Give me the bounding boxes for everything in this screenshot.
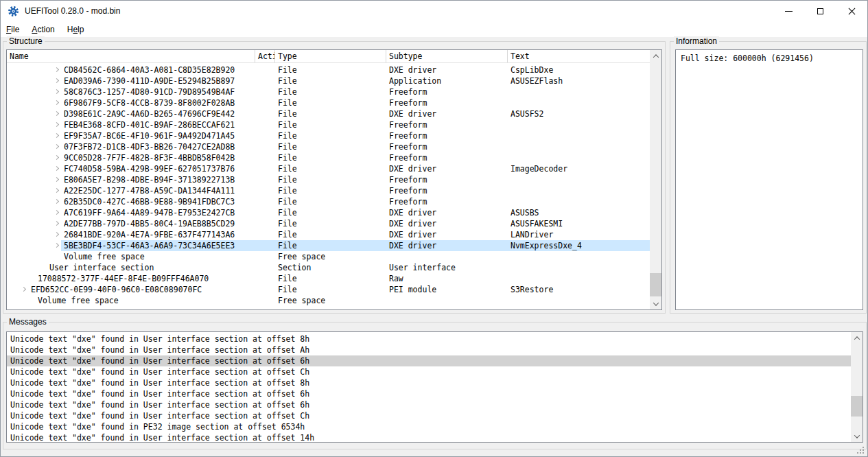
col-header-name[interactable]: Name [7, 50, 255, 62]
information-label: Information [674, 36, 719, 46]
tree-cell-type: File [275, 119, 386, 130]
col-header-action[interactable]: Action [255, 50, 275, 62]
tree-cell-name: 62B35DC0-427C-46BB-9E88-9B941FDBC7C3 [7, 196, 255, 207]
tree-cell-subtype: Freeform [386, 86, 508, 97]
message-row[interactable]: Unicode text "dxe" found in User interfa… [7, 355, 851, 366]
message-row[interactable]: Unicode text "dxe" found in User interfa… [7, 333, 851, 344]
tree-cell-text: NvmExpressDxe_4 [508, 240, 650, 251]
tree-cell-action [255, 97, 275, 108]
tree-row[interactable]: EF9F35A7-BC6E-4F10-961F-9A492D471A45File… [7, 130, 650, 141]
title-bar: UEFITool 0.28.0 - mod.bin [1, 1, 867, 21]
uefitool-window: UEFITool 0.28.0 - mod.bin File Action He… [0, 0, 868, 457]
tree-cell-name: FC740D58-59BA-429B-99EF-627051737B76 [7, 163, 255, 174]
message-row[interactable]: Unicode text "dxe" found in User interfa… [7, 388, 851, 399]
tree-cell-text: ASUSBS [508, 207, 650, 218]
tree-row[interactable]: E806A5E7-B298-4DBE-B94F-37138922713BFile… [7, 174, 650, 185]
col-header-subtype[interactable]: Subtype [386, 50, 508, 62]
tree-cell-type: File [275, 174, 386, 185]
tree-cell-text: ASUSFAKESMI [508, 218, 650, 229]
tree-row[interactable]: 58C876C3-1257-4D80-91CD-79D89549B4AFFile… [7, 86, 650, 97]
structure-groupbox: Structure Name Action Type Subtype Text … [3, 41, 666, 314]
tree-header: Name Action Type Subtype Text [7, 50, 661, 63]
minimize-button[interactable] [773, 1, 804, 21]
tree-row[interactable]: A2DE77BB-797D-4BB5-80C4-19AEB8B5CD29File… [7, 218, 650, 229]
tree-row[interactable]: FC740D58-59BA-429B-99EF-627051737B76File… [7, 163, 650, 174]
scroll-up-icon[interactable] [650, 50, 661, 62]
tree-row[interactable]: 17088572-377F-44EF-8F4E-B09FFF46A070File… [7, 273, 650, 284]
tree-row[interactable]: Volume free spaceFree space [7, 251, 650, 262]
tree-cell-name: CD84562C-6864-40A3-A081-C8D35E82B920 [7, 65, 255, 75]
tree-cell-action [255, 262, 275, 273]
tree-cell-subtype: Freeform [386, 130, 508, 141]
tree-row[interactable]: 5BE3BDF4-53CF-46A3-A6A9-73C34A6E5EE3File… [7, 240, 650, 251]
tree-cell-action [255, 141, 275, 152]
tree-cell-text [508, 251, 650, 262]
col-header-type[interactable]: Type [275, 50, 386, 62]
tree-row[interactable]: 62B35DC0-427C-46BB-9E88-9B941FDBC7C3File… [7, 196, 650, 207]
tree-cell-action [255, 229, 275, 240]
tree-row[interactable]: 26841BDE-920A-4E7A-9FBE-637F477143A6File… [7, 229, 650, 240]
message-row[interactable]: Unicode text "dxe" found in User interfa… [7, 410, 851, 421]
tree-row[interactable]: 07F3FB72-D1CB-4DF3-BB26-70427CE2AD8BFile… [7, 141, 650, 152]
col-header-text[interactable]: Text [508, 50, 661, 62]
tree-cell-text: ImageDecoder [508, 163, 650, 174]
minimize-icon [785, 11, 793, 12]
tree-cell-type: File [275, 240, 386, 251]
tree-cell-text [508, 262, 650, 273]
tree-cell-subtype: User interface [386, 262, 508, 273]
messages-scrollbar[interactable] [851, 332, 863, 442]
scroll-down-icon[interactable] [650, 298, 661, 309]
tree-cell-subtype: Freeform [386, 141, 508, 152]
scroll-up-icon[interactable] [851, 332, 863, 344]
menu-help[interactable]: Help [61, 23, 91, 36]
tree-cell-subtype: DXE driver [386, 65, 508, 75]
tree-row[interactable]: 6F9867F9-5CF8-4CCB-8739-8F8002F028ABFile… [7, 97, 650, 108]
tree-scrollbar[interactable] [650, 50, 661, 309]
tree-cell-type: File [275, 152, 386, 163]
tree-cell-action [255, 185, 275, 196]
message-row[interactable]: Unicode text "dxe" found in User interfa… [7, 344, 851, 355]
messages-scrollbar-thumb[interactable] [851, 396, 863, 417]
tree-cell-name: 26841BDE-920A-4E7A-9FBE-637F477143A6 [7, 229, 255, 240]
message-row[interactable]: Unicode text "dxe" found in PE32 image s… [7, 421, 851, 432]
tree-cell-subtype: DXE driver [386, 163, 508, 174]
message-row[interactable]: Unicode text "dxe" found in User interfa… [7, 366, 851, 377]
tree-cell-action [255, 295, 275, 306]
tree-row[interactable]: Volume free spaceFree space [7, 295, 650, 306]
tree-cell-name: EFD652CC-0E99-40F0-96C0-E08C089070FC [7, 284, 255, 295]
tree-cell-name: A2DE77BB-797D-4BB5-80C4-19AEB8B5CD29 [7, 218, 255, 229]
menu-action[interactable]: Action [25, 23, 60, 36]
tree-cell-subtype [386, 295, 508, 306]
tree-cell-name: A7C619FF-9A64-4A89-947B-E7953E2427CB [7, 207, 255, 218]
message-row[interactable]: Unicode text "dxe" found in User interfa… [7, 432, 851, 443]
tree-row[interactable]: 9CC05D28-7F7F-482B-8F3F-4BBDB58F042BFile… [7, 152, 650, 163]
resize-grip-icon[interactable] [857, 447, 864, 454]
tree-row[interactable]: D398E61C-2A9C-4A6D-B265-47696CF9E442File… [7, 108, 650, 119]
tree-cell-name: 9CC05D28-7F7F-482B-8F3F-4BBDB58F042B [7, 152, 255, 163]
tree-row[interactable]: User interface sectionSectionUser interf… [7, 262, 650, 273]
tree-row[interactable]: EFD652CC-0E99-40F0-96C0-E08C089070FCFile… [7, 284, 650, 295]
tree-cell-text: ASUSEZFlash [508, 75, 650, 86]
tree-cell-text [508, 86, 650, 97]
message-rows: Unicode text "dxe" found in User interfa… [7, 332, 851, 442]
tree-scrollbar-thumb[interactable] [650, 273, 661, 296]
tree-row[interactable]: CD84562C-6864-40A3-A081-C8D35E82B920File… [7, 65, 650, 75]
message-row[interactable]: Unicode text "dxe" found in User interfa… [7, 377, 851, 388]
tree-row[interactable]: FEB4E368-8CFD-401C-B9AF-286BECCAF621File… [7, 119, 650, 130]
messages-list: Unicode text "dxe" found in User interfa… [6, 331, 863, 443]
tree-cell-subtype [386, 251, 508, 262]
tree-row[interactable]: A7C619FF-9A64-4A89-947B-E7953E2427CBFile… [7, 207, 650, 218]
scroll-down-icon[interactable] [851, 430, 863, 442]
tree-row[interactable]: A22E25DC-1277-47B8-A59C-DA1344F4A111File… [7, 185, 650, 196]
tree-cell-action [255, 174, 275, 185]
tree-row[interactable]: EAD039A6-7390-411D-A9DE-E5294B25B897File… [7, 75, 650, 86]
maximize-button[interactable] [804, 1, 836, 21]
tree-cell-type: File [275, 196, 386, 207]
tree-cell-name: Volume free space [7, 251, 255, 262]
tree-cell-action [255, 240, 275, 251]
message-row[interactable]: Unicode text "dxe" found in User interfa… [7, 399, 851, 410]
tree-cell-text [508, 141, 650, 152]
close-button[interactable] [836, 1, 867, 21]
tree-cell-name: A22E25DC-1277-47B8-A59C-DA1344F4A111 [7, 185, 255, 196]
menu-file[interactable]: File [1, 23, 25, 36]
